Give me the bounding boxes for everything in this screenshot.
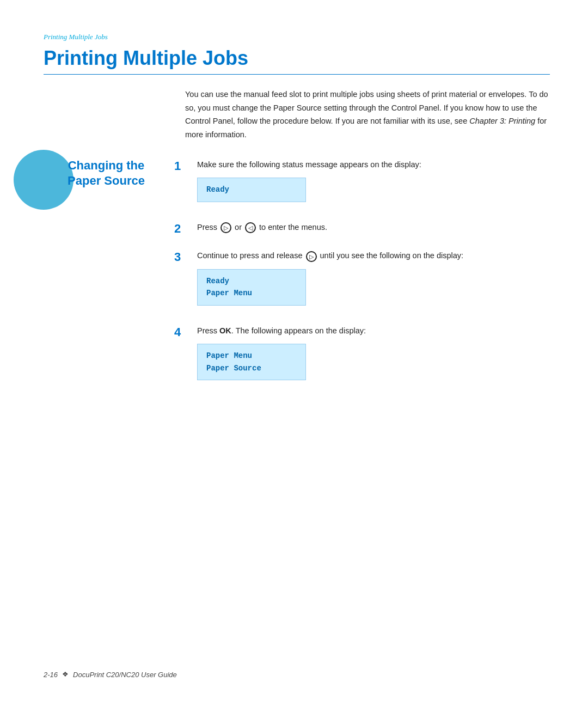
steps-content: 1 Make sure the following status message…	[174, 158, 550, 399]
forward-button-icon-2: ▷	[306, 251, 317, 262]
section-heading: Changing the Paper Source	[44, 158, 169, 189]
display-line-paper-source: Paper Source	[206, 362, 297, 374]
breadcrumb: Printing Multiple Jobs	[44, 33, 550, 41]
step-3-text: Continue to press and release ▷ until yo…	[197, 249, 550, 312]
back-button-icon: ◁	[245, 222, 256, 233]
section-heading-line1: Changing the	[68, 159, 145, 172]
title-divider	[44, 74, 550, 75]
heading-content-row: Changing the Paper Source 1 Make sure th…	[44, 158, 550, 399]
breadcrumb-text: Printing Multiple Jobs	[44, 33, 108, 41]
footer-title: DocuPrint C20/NC20 User Guide	[73, 671, 177, 679]
step-3: 3 Continue to press and release ▷ until …	[174, 249, 550, 312]
display-line-ready-1: Ready	[206, 184, 297, 196]
display-box-2: Ready Paper Menu	[197, 269, 306, 306]
step-2-number: 2	[174, 221, 191, 238]
forward-button-icon: ▷	[220, 222, 231, 233]
step-3-number: 3	[174, 249, 191, 266]
step-4-text: Press OK. The following appears on the d…	[197, 324, 550, 387]
step-4-number: 4	[174, 324, 191, 341]
page-title: Printing Multiple Jobs	[44, 47, 550, 70]
section-with-heading: Changing the Paper Source 1 Make sure th…	[44, 158, 550, 399]
footer-diamond: ❖	[62, 670, 69, 679]
display-line-ready-2: Ready	[206, 275, 297, 287]
step-1: 1 Make sure the following status message…	[174, 158, 550, 209]
footer: 2-16 ❖ DocuPrint C20/NC20 User Guide	[44, 670, 550, 679]
step-2-text: Press ▷ or ◁ to enter the menus.	[197, 221, 550, 234]
page-container: Printing Multiple Jobs Printing Multiple…	[0, 0, 588, 706]
display-box-3: Paper Menu Paper Source	[197, 344, 306, 380]
intro-paragraph: You can use the manual feed slot to prin…	[185, 88, 550, 142]
step-2: 2 Press ▷ or ◁ to enter the menus.	[174, 221, 550, 238]
step-1-number: 1	[174, 158, 191, 175]
display-line-paper-menu-1: Paper Menu	[206, 287, 297, 299]
intro-text: You can use the manual feed slot to prin…	[185, 90, 548, 139]
footer-page-number: 2-16	[44, 671, 58, 679]
display-box-1: Ready	[197, 178, 306, 202]
section-heading-line2: Paper Source	[68, 174, 145, 187]
step-4: 4 Press OK. The following appears on the…	[174, 324, 550, 387]
section-heading-text: Changing the Paper Source	[44, 158, 169, 189]
step-1-text: Make sure the following status message a…	[197, 158, 550, 209]
display-line-paper-menu-2: Paper Menu	[206, 350, 297, 362]
